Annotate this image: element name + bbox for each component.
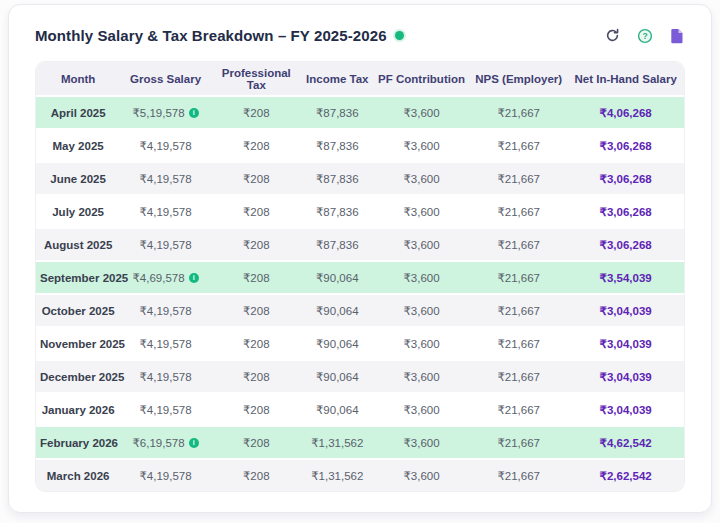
nps-employer-cell: ₹21,667 xyxy=(470,260,567,293)
gross-salary-cell: ₹4,19,578 xyxy=(120,128,211,161)
table-row: March 2026 ₹4,19,578 ₹208 ₹1,31,562 ₹3,6… xyxy=(36,458,684,491)
gross-salary-cell: ₹5,19,578 i xyxy=(120,95,211,128)
nps-employer-cell: ₹21,667 xyxy=(470,425,567,458)
salary-change-info-icon[interactable]: i xyxy=(189,273,199,283)
column-header-gross-salary: Gross Salary xyxy=(120,62,211,95)
salary-table-container: Month Gross Salary Professional Tax Inco… xyxy=(35,61,685,492)
nps-employer-cell: ₹21,667 xyxy=(470,227,567,260)
pf-contribution-cell: ₹3,600 xyxy=(373,458,470,491)
pf-contribution-cell: ₹3,600 xyxy=(373,359,470,392)
income-tax-cell: ₹90,064 xyxy=(302,392,373,425)
professional-tax-cell: ₹208 xyxy=(211,425,302,458)
table-body: April 2025 ₹5,19,578 i ₹208 ₹87,836 ₹3,6… xyxy=(36,95,684,491)
table-row: July 2025 ₹4,19,578 ₹208 ₹87,836 ₹3,600 … xyxy=(36,194,684,227)
gross-salary-cell: ₹4,19,578 xyxy=(120,194,211,227)
gross-salary-value: ₹4,19,578 xyxy=(140,139,192,153)
nps-employer-cell: ₹21,667 xyxy=(470,458,567,491)
month-cell: February 2026 xyxy=(36,425,120,458)
net-salary-cell: ₹3,06,268 xyxy=(567,161,684,194)
month-cell: January 2026 xyxy=(36,392,120,425)
pf-contribution-cell: ₹3,600 xyxy=(373,128,470,161)
gross-salary-value: ₹4,19,578 xyxy=(140,172,192,186)
gross-salary-cell: ₹4,19,578 xyxy=(120,392,211,425)
pf-contribution-cell: ₹3,600 xyxy=(373,425,470,458)
refresh-button[interactable] xyxy=(604,27,621,44)
table-row: September 2025 ₹4,69,578 i ₹208 ₹90,064 … xyxy=(36,260,684,293)
net-salary-cell: ₹3,04,039 xyxy=(567,359,684,392)
gross-salary-cell: ₹4,19,578 xyxy=(120,326,211,359)
card-header: Monthly Salary & Tax Breakdown – FY 2025… xyxy=(35,27,685,44)
table-row: February 2026 ₹6,19,578 i ₹208 ₹1,31,562… xyxy=(36,425,684,458)
month-cell: September 2025 xyxy=(36,260,120,293)
income-tax-cell: ₹90,064 xyxy=(302,260,373,293)
column-header-nps-employer: NPS (Employer) xyxy=(470,62,567,95)
salary-breakdown-card: Monthly Salary & Tax Breakdown – FY 2025… xyxy=(8,4,712,513)
income-tax-cell: ₹87,836 xyxy=(302,227,373,260)
gross-salary-value: ₹4,19,578 xyxy=(140,238,192,252)
gross-salary-value: ₹4,19,578 xyxy=(140,370,192,384)
net-salary-cell: ₹3,04,039 xyxy=(567,392,684,425)
net-salary-cell: ₹3,54,039 xyxy=(567,260,684,293)
month-cell: March 2026 xyxy=(36,458,120,491)
income-tax-cell: ₹87,836 xyxy=(302,95,373,128)
pf-contribution-cell: ₹3,600 xyxy=(373,326,470,359)
professional-tax-cell: ₹208 xyxy=(211,293,302,326)
income-tax-cell: ₹90,064 xyxy=(302,293,373,326)
income-tax-cell: ₹87,836 xyxy=(302,128,373,161)
income-tax-cell: ₹90,064 xyxy=(302,359,373,392)
net-salary-cell: ₹3,04,039 xyxy=(567,293,684,326)
net-salary-cell: ₹3,04,039 xyxy=(567,326,684,359)
column-header-professional-tax: Professional Tax xyxy=(211,62,302,95)
professional-tax-cell: ₹208 xyxy=(211,458,302,491)
nps-employer-cell: ₹21,667 xyxy=(470,359,567,392)
month-cell: April 2025 xyxy=(36,95,120,128)
net-salary-cell: ₹4,62,542 xyxy=(567,425,684,458)
salary-table: Month Gross Salary Professional Tax Inco… xyxy=(36,62,684,491)
net-salary-cell: ₹2,62,542 xyxy=(567,458,684,491)
income-tax-cell: ₹90,064 xyxy=(302,326,373,359)
table-header: Month Gross Salary Professional Tax Inco… xyxy=(36,62,684,95)
table-row: June 2025 ₹4,19,578 ₹208 ₹87,836 ₹3,600 … xyxy=(36,161,684,194)
svg-text:?: ? xyxy=(642,31,647,41)
help-icon: ? xyxy=(637,28,653,44)
salary-change-info-icon[interactable]: i xyxy=(189,438,199,448)
month-cell: October 2025 xyxy=(36,293,120,326)
gross-salary-cell: ₹4,19,578 xyxy=(120,161,211,194)
help-button[interactable]: ? xyxy=(636,27,653,44)
professional-tax-cell: ₹208 xyxy=(211,326,302,359)
table-row: August 2025 ₹4,19,578 ₹208 ₹87,836 ₹3,60… xyxy=(36,227,684,260)
net-salary-cell: ₹3,06,268 xyxy=(567,194,684,227)
salary-change-info-icon[interactable]: i xyxy=(189,108,199,118)
table-row: December 2025 ₹4,19,578 ₹208 ₹90,064 ₹3,… xyxy=(36,359,684,392)
table-row: November 2025 ₹4,19,578 ₹208 ₹90,064 ₹3,… xyxy=(36,326,684,359)
gross-salary-cell: ₹4,19,578 xyxy=(120,227,211,260)
gross-salary-cell: ₹4,69,578 i xyxy=(120,260,211,293)
gross-salary-cell: ₹4,19,578 xyxy=(120,293,211,326)
table-row: January 2026 ₹4,19,578 ₹208 ₹90,064 ₹3,6… xyxy=(36,392,684,425)
income-tax-cell: ₹1,31,562 xyxy=(302,425,373,458)
nps-employer-cell: ₹21,667 xyxy=(470,128,567,161)
pf-contribution-cell: ₹3,600 xyxy=(373,293,470,326)
gross-salary-cell: ₹4,19,578 xyxy=(120,359,211,392)
gross-salary-cell: ₹4,19,578 xyxy=(120,458,211,491)
column-header-month: Month xyxy=(36,62,120,95)
net-salary-cell: ₹3,06,268 xyxy=(567,128,684,161)
gross-salary-value: ₹5,19,578 xyxy=(133,106,185,120)
column-header-income-tax: Income Tax xyxy=(302,62,373,95)
nps-employer-cell: ₹21,667 xyxy=(470,161,567,194)
nps-employer-cell: ₹21,667 xyxy=(470,293,567,326)
pf-contribution-cell: ₹3,600 xyxy=(373,392,470,425)
pf-contribution-cell: ₹3,600 xyxy=(373,260,470,293)
page-title: Monthly Salary & Tax Breakdown – FY 2025… xyxy=(35,27,387,44)
gross-salary-value: ₹4,19,578 xyxy=(140,304,192,318)
nps-employer-cell: ₹21,667 xyxy=(470,194,567,227)
professional-tax-cell: ₹208 xyxy=(211,161,302,194)
column-header-net-in-hand-salary: Net In-Hand Salary xyxy=(567,62,684,95)
professional-tax-cell: ₹208 xyxy=(211,95,302,128)
gross-salary-cell: ₹6,19,578 i xyxy=(120,425,211,458)
export-report-button[interactable] xyxy=(668,27,685,44)
document-report-icon xyxy=(670,28,684,44)
month-cell: July 2025 xyxy=(36,194,120,227)
live-status-dot xyxy=(395,31,404,40)
pf-contribution-cell: ₹3,600 xyxy=(373,161,470,194)
